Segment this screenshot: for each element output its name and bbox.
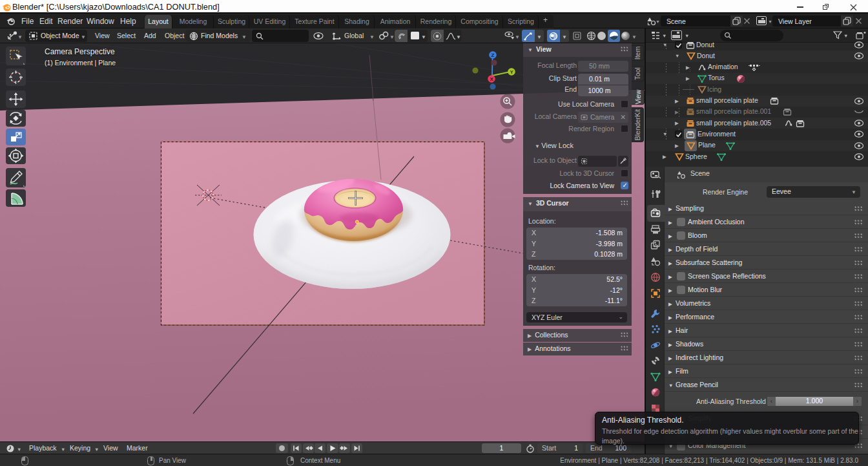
- svg-text:Z: Z: [491, 52, 495, 58]
- svg-text:X: X: [490, 76, 494, 82]
- svg-text:Y: Y: [510, 69, 514, 75]
